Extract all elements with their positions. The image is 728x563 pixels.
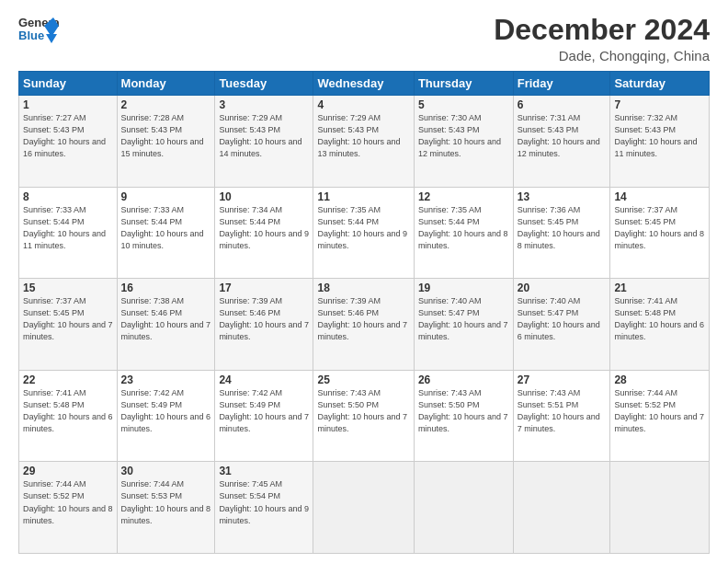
day-info: Sunrise: 7:41 AMSunset: 5:48 PMDaylight:…: [614, 295, 705, 343]
calendar-cell: 29 Sunrise: 7:44 AMSunset: 5:52 PMDaylig…: [19, 462, 118, 554]
calendar-cell: 20 Sunrise: 7:40 AMSunset: 5:47 PMDaylig…: [513, 279, 610, 371]
day-number: 7: [614, 98, 705, 111]
weekday-header-wednesday: Wednesday: [313, 72, 414, 96]
calendar-cell: 26 Sunrise: 7:43 AMSunset: 5:50 PMDaylig…: [414, 370, 513, 462]
title-block: December 2024 Dade, Chongqing, China: [494, 14, 710, 63]
calendar-page: General Blue December 2024 Dade, Chongqi…: [0, 0, 728, 563]
week-row-2: 8 Sunrise: 7:33 AMSunset: 5:44 PMDayligh…: [19, 187, 710, 279]
calendar-cell: 12 Sunrise: 7:35 AMSunset: 5:44 PMDaylig…: [414, 187, 513, 279]
day-info: Sunrise: 7:37 AMSunset: 5:45 PMDaylight:…: [614, 204, 705, 252]
calendar-cell: 31 Sunrise: 7:45 AMSunset: 5:54 PMDaylig…: [215, 462, 313, 554]
day-number: 2: [121, 98, 211, 111]
svg-text:Blue: Blue: [18, 29, 44, 42]
calendar-cell: 18 Sunrise: 7:39 AMSunset: 5:46 PMDaylig…: [313, 279, 414, 371]
calendar-cell: 5 Sunrise: 7:30 AMSunset: 5:43 PMDayligh…: [414, 96, 513, 188]
week-row-4: 22 Sunrise: 7:41 AMSunset: 5:48 PMDaylig…: [19, 370, 710, 462]
calendar-cell: 30 Sunrise: 7:44 AMSunset: 5:53 PMDaylig…: [117, 462, 215, 554]
logo-content: General Blue: [18, 14, 59, 47]
weekday-header-tuesday: Tuesday: [215, 72, 313, 96]
day-number: 21: [614, 282, 705, 294]
calendar-title: December 2024: [494, 14, 710, 46]
day-number: 31: [219, 465, 309, 477]
day-number: 6: [518, 98, 607, 111]
calendar-table: SundayMondayTuesdayWednesdayThursdayFrid…: [18, 71, 710, 554]
day-number: 15: [23, 282, 113, 294]
calendar-cell: 4 Sunrise: 7:29 AMSunset: 5:43 PMDayligh…: [313, 96, 414, 188]
calendar-cell: [513, 462, 610, 554]
weekday-header-saturday: Saturday: [610, 72, 710, 96]
day-info: Sunrise: 7:42 AMSunset: 5:49 PMDaylight:…: [219, 387, 309, 435]
day-number: 4: [317, 98, 409, 111]
day-info: Sunrise: 7:29 AMSunset: 5:43 PMDaylight:…: [317, 112, 409, 160]
day-info: Sunrise: 7:31 AMSunset: 5:43 PMDaylight:…: [518, 112, 607, 160]
calendar-cell: 2 Sunrise: 7:28 AMSunset: 5:43 PMDayligh…: [117, 96, 215, 188]
logo: General Blue: [18, 14, 59, 47]
day-info: Sunrise: 7:40 AMSunset: 5:47 PMDaylight:…: [418, 295, 509, 343]
day-number: 18: [317, 282, 409, 294]
calendar-cell: 23 Sunrise: 7:42 AMSunset: 5:49 PMDaylig…: [117, 370, 215, 462]
day-info: Sunrise: 7:30 AMSunset: 5:43 PMDaylight:…: [418, 112, 509, 160]
day-info: Sunrise: 7:39 AMSunset: 5:46 PMDaylight:…: [317, 295, 409, 343]
day-info: Sunrise: 7:45 AMSunset: 5:54 PMDaylight:…: [219, 478, 309, 526]
day-info: Sunrise: 7:27 AMSunset: 5:43 PMDaylight:…: [23, 112, 113, 160]
calendar-cell: 19 Sunrise: 7:40 AMSunset: 5:47 PMDaylig…: [414, 279, 513, 371]
day-info: Sunrise: 7:34 AMSunset: 5:44 PMDaylight:…: [219, 204, 309, 252]
day-number: 26: [418, 373, 509, 386]
day-number: 9: [121, 190, 211, 203]
general-blue-logo-svg: General Blue: [18, 14, 59, 47]
day-number: 16: [121, 282, 211, 294]
calendar-cell: 15 Sunrise: 7:37 AMSunset: 5:45 PMDaylig…: [19, 279, 118, 371]
day-info: Sunrise: 7:43 AMSunset: 5:50 PMDaylight:…: [418, 387, 509, 435]
day-info: Sunrise: 7:40 AMSunset: 5:47 PMDaylight:…: [518, 295, 607, 343]
day-number: 28: [614, 373, 705, 386]
day-info: Sunrise: 7:32 AMSunset: 5:43 PMDaylight:…: [614, 112, 705, 160]
calendar-cell: 13 Sunrise: 7:36 AMSunset: 5:45 PMDaylig…: [513, 187, 610, 279]
calendar-cell: 14 Sunrise: 7:37 AMSunset: 5:45 PMDaylig…: [610, 187, 710, 279]
calendar-cell: [313, 462, 414, 554]
day-info: Sunrise: 7:43 AMSunset: 5:51 PMDaylight:…: [518, 387, 607, 435]
day-number: 13: [518, 190, 607, 203]
weekday-header-friday: Friday: [513, 72, 610, 96]
day-number: 27: [518, 373, 607, 386]
week-row-1: 1 Sunrise: 7:27 AMSunset: 5:43 PMDayligh…: [19, 96, 710, 188]
calendar-cell: 3 Sunrise: 7:29 AMSunset: 5:43 PMDayligh…: [215, 96, 313, 188]
calendar-cell: 24 Sunrise: 7:42 AMSunset: 5:49 PMDaylig…: [215, 370, 313, 462]
week-row-3: 15 Sunrise: 7:37 AMSunset: 5:45 PMDaylig…: [19, 279, 710, 371]
calendar-cell: 7 Sunrise: 7:32 AMSunset: 5:43 PMDayligh…: [610, 96, 710, 188]
calendar-cell: 28 Sunrise: 7:44 AMSunset: 5:52 PMDaylig…: [610, 370, 710, 462]
calendar-cell: 25 Sunrise: 7:43 AMSunset: 5:50 PMDaylig…: [313, 370, 414, 462]
weekday-header-thursday: Thursday: [414, 72, 513, 96]
day-number: 22: [23, 373, 113, 386]
calendar-cell: 22 Sunrise: 7:41 AMSunset: 5:48 PMDaylig…: [19, 370, 118, 462]
weekday-header-row: SundayMondayTuesdayWednesdayThursdayFrid…: [19, 72, 710, 96]
day-info: Sunrise: 7:38 AMSunset: 5:46 PMDaylight:…: [121, 295, 211, 343]
day-number: 3: [219, 98, 309, 111]
day-info: Sunrise: 7:44 AMSunset: 5:53 PMDaylight:…: [121, 478, 211, 526]
calendar-cell: 1 Sunrise: 7:27 AMSunset: 5:43 PMDayligh…: [19, 96, 118, 188]
calendar-cell: 6 Sunrise: 7:31 AMSunset: 5:43 PMDayligh…: [513, 96, 610, 188]
calendar-cell: 27 Sunrise: 7:43 AMSunset: 5:51 PMDaylig…: [513, 370, 610, 462]
day-number: 17: [219, 282, 309, 294]
day-info: Sunrise: 7:44 AMSunset: 5:52 PMDaylight:…: [23, 478, 113, 526]
day-number: 19: [418, 282, 509, 294]
calendar-cell: 21 Sunrise: 7:41 AMSunset: 5:48 PMDaylig…: [610, 279, 710, 371]
day-number: 8: [23, 190, 113, 203]
day-info: Sunrise: 7:35 AMSunset: 5:44 PMDaylight:…: [317, 204, 409, 252]
day-number: 25: [317, 373, 409, 386]
calendar-cell: 10 Sunrise: 7:34 AMSunset: 5:44 PMDaylig…: [215, 187, 313, 279]
day-number: 14: [614, 190, 705, 203]
calendar-cell: 17 Sunrise: 7:39 AMSunset: 5:46 PMDaylig…: [215, 279, 313, 371]
day-number: 30: [121, 465, 211, 477]
header: General Blue December 2024 Dade, Chongqi…: [18, 14, 710, 63]
calendar-cell: [414, 462, 513, 554]
day-info: Sunrise: 7:37 AMSunset: 5:45 PMDaylight:…: [23, 295, 113, 343]
calendar-subtitle: Dade, Chongqing, China: [494, 48, 710, 63]
day-number: 1: [23, 98, 113, 111]
day-number: 5: [418, 98, 509, 111]
day-info: Sunrise: 7:28 AMSunset: 5:43 PMDaylight:…: [121, 112, 211, 160]
day-info: Sunrise: 7:33 AMSunset: 5:44 PMDaylight:…: [121, 204, 211, 252]
day-info: Sunrise: 7:39 AMSunset: 5:46 PMDaylight:…: [219, 295, 309, 343]
calendar-cell: [610, 462, 710, 554]
day-info: Sunrise: 7:43 AMSunset: 5:50 PMDaylight:…: [317, 387, 409, 435]
calendar-cell: 16 Sunrise: 7:38 AMSunset: 5:46 PMDaylig…: [117, 279, 215, 371]
